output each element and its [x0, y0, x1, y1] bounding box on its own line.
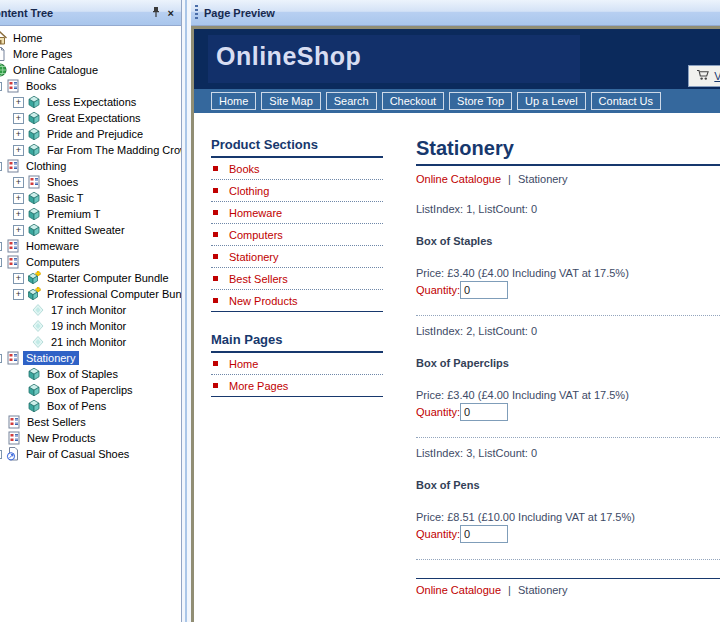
tree-item-homeware[interactable]: Homeware [0, 238, 181, 254]
tree-item-online-catalogue[interactable]: Online Catalogue [0, 62, 181, 78]
tree-item-great-expectations[interactable]: + Great Expectations [0, 110, 181, 126]
expand-toggle[interactable] [0, 450, 2, 459]
tree-item-knitted-sweater[interactable]: + Knitted Sweater [0, 222, 181, 238]
category-icon [6, 159, 20, 173]
main-pages-block: Main Pages Home More Pages [211, 332, 383, 397]
bundle-icon [27, 287, 41, 301]
tree-item-new-products[interactable]: New Products [0, 430, 181, 446]
dock-buttons: × [151, 6, 181, 19]
expand-toggle[interactable]: + [13, 129, 24, 140]
tree-item-box-of-pens[interactable]: Box of Pens [0, 398, 181, 414]
tree-item-best-sellers[interactable]: Best Sellers [0, 414, 181, 430]
nav-button-up-a-level[interactable]: Up a Level [517, 92, 586, 110]
expand-toggle[interactable]: + [13, 177, 24, 188]
side-link-stationery[interactable]: Stationery [211, 246, 383, 268]
nav-button-search[interactable]: Search [326, 92, 377, 110]
product-icon [27, 191, 41, 205]
tree-item-pair-of-casual-shoes[interactable]: Pair of Casual Shoes [0, 446, 181, 462]
product-sections-title: Product Sections [211, 137, 383, 158]
tree-item-21-inch-monitor[interactable]: 21 inch Monitor [0, 334, 181, 350]
product-divider [416, 315, 720, 316]
tree-item-starter-computer-bundle[interactable]: + Starter Computer Bundle [0, 270, 181, 286]
side-link-new-products[interactable]: New Products [211, 290, 383, 312]
nav-button-store-top[interactable]: Store Top [449, 92, 512, 110]
nav-button-home[interactable]: Home [211, 92, 256, 110]
side-link-best-sellers[interactable]: Best Sellers [211, 268, 383, 290]
red-bullet-icon [213, 276, 218, 281]
breadcrumb-link[interactable]: Online Catalogue [416, 173, 501, 185]
tree-item-clothing[interactable]: Clothing [0, 158, 181, 174]
side-link-homeware[interactable]: Homeware [211, 202, 383, 224]
tree-item-label: Box of Pens [44, 399, 109, 413]
expand-toggle[interactable]: + [13, 225, 24, 236]
tree-item-label: Shoes [44, 175, 81, 189]
main-pages-title: Main Pages [211, 332, 383, 353]
product-icon [27, 127, 41, 141]
expand-toggle[interactable] [0, 354, 2, 363]
close-icon[interactable]: × [168, 8, 174, 18]
expand-toggle[interactable]: + [13, 145, 24, 156]
tree-item-box-of-paperclips[interactable]: Box of Paperclips [0, 382, 181, 398]
tree-item-home[interactable]: Home [0, 30, 181, 46]
product-name: Box of Paperclips [416, 357, 720, 369]
drag-grip-icon[interactable] [195, 5, 198, 20]
tree-item-pride-and-prejudice[interactable]: + Pride and Prejudice [0, 126, 181, 142]
nav-button-checkout[interactable]: Checkout [382, 92, 444, 110]
site-header: OnlineShop View [194, 29, 720, 89]
expand-toggle[interactable]: + [13, 113, 24, 124]
expand-toggle [13, 369, 24, 380]
shop-site: OnlineShop View HomeSite MapSearchChecko… [194, 29, 720, 622]
side-link-clothing[interactable]: Clothing [211, 180, 383, 202]
quantity-input[interactable] [460, 281, 508, 299]
product-block-box-of-pens: ListIndex: 3, ListCount: 0 Box of Pens P… [416, 447, 720, 560]
quantity-input[interactable] [460, 403, 508, 421]
product-block-box-of-paperclips: ListIndex: 2, ListCount: 0 Box of Paperc… [416, 325, 720, 438]
expand-toggle[interactable] [0, 258, 2, 267]
basket-cart-icon [696, 69, 710, 83]
side-link-label: New Products [229, 295, 297, 307]
tree-item-professional-computer-bundle[interactable]: + Professional Computer Bundle [0, 286, 181, 302]
app-window: Content Tree × Home More Pages Online Ca… [0, 0, 720, 622]
quantity-input[interactable] [460, 525, 508, 543]
tree-item-shoes[interactable]: + Shoes [0, 174, 181, 190]
tree-item-label: 19 inch Monitor [48, 319, 129, 333]
tree-item-less-expectations[interactable]: + Less Expectations [0, 94, 181, 110]
tree-item-basic-t[interactable]: + Basic T [0, 190, 181, 206]
side-link-computers[interactable]: Computers [211, 224, 383, 246]
tree-item-box-of-staples[interactable]: Box of Staples [0, 366, 181, 382]
expand-toggle[interactable] [0, 82, 2, 91]
expand-toggle[interactable]: + [13, 97, 24, 108]
expand-toggle[interactable]: + [13, 273, 24, 284]
tree-item-books[interactable]: Books [0, 78, 181, 94]
tree-item-label: Stationery [23, 351, 79, 365]
pin-icon[interactable] [151, 6, 161, 19]
side-link-books[interactable]: Books [211, 158, 383, 180]
shortcut-icon [6, 447, 20, 461]
expand-toggle[interactable] [0, 242, 2, 251]
category-icon [7, 431, 21, 445]
tree-item-far-from-the-madding-crowd[interactable]: + Far From The Madding Crowd [0, 142, 181, 158]
site-body: Product Sections Books Clothing Homeware… [194, 113, 720, 596]
view-basket-button[interactable]: View [688, 65, 720, 87]
tree-item-more-pages[interactable]: More Pages [0, 46, 181, 62]
tree-item-19-inch-monitor[interactable]: 19 inch Monitor [0, 318, 181, 334]
expand-toggle[interactable]: + [13, 289, 24, 300]
tree-item-premium-t[interactable]: + Premium T [0, 206, 181, 222]
expand-toggle[interactable]: + [13, 209, 24, 220]
nav-button-site-map[interactable]: Site Map [261, 92, 320, 110]
expand-toggle [0, 433, 4, 444]
tree-item-stationery[interactable]: Stationery [0, 350, 181, 366]
nav-button-contact-us[interactable]: Contact Us [591, 92, 661, 110]
tree-item-17-inch-monitor[interactable]: 17 inch Monitor [0, 302, 181, 318]
footer-breadcrumb-link[interactable]: Online Catalogue [416, 584, 501, 596]
tree-item-label: Starter Computer Bundle [44, 271, 172, 285]
tree-item-label: 17 inch Monitor [48, 303, 129, 317]
expand-toggle[interactable]: + [13, 193, 24, 204]
page-link-home[interactable]: Home [211, 353, 383, 375]
expand-toggle[interactable] [0, 162, 2, 171]
tree-item-computers[interactable]: Computers [0, 254, 181, 270]
page-title-wrap: Stationery [416, 137, 720, 166]
page-link-more-pages[interactable]: More Pages [211, 375, 383, 397]
panel-splitter[interactable] [182, 0, 191, 622]
category-icon [7, 415, 21, 429]
